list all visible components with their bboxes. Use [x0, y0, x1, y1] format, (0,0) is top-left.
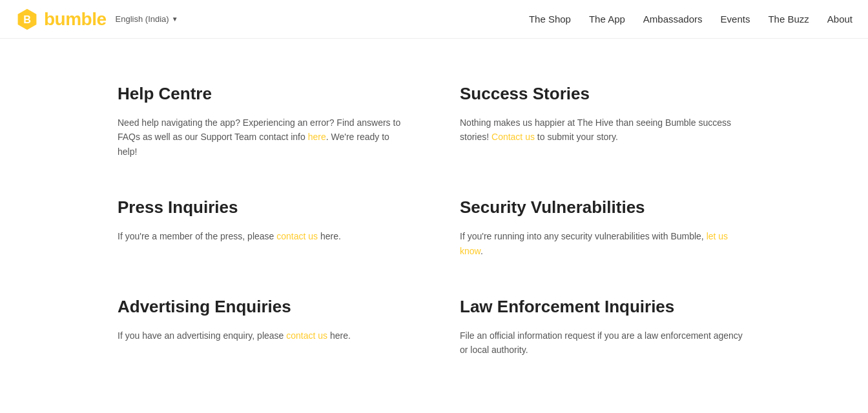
- law-text: File an official information request if …: [460, 330, 743, 355]
- card-press-inquiries: Press Inquiries If you're a member of th…: [118, 178, 408, 277]
- nav-app[interactable]: The App: [589, 14, 625, 25]
- card-security-vulnerabilities: Security Vulnerabilities If you're runni…: [460, 178, 750, 277]
- card-advertising-enquiries: Advertising Enquiries If you have an adv…: [118, 277, 408, 377]
- card-security-title: Security Vulnerabilities: [460, 197, 750, 217]
- card-advertising-text: If you have an advertising enquiry, plea…: [118, 328, 408, 343]
- success-text-after: to submit your story.: [535, 132, 618, 142]
- svg-text:B: B: [23, 14, 31, 25]
- card-success-stories-title: Success Stories: [460, 84, 750, 104]
- logo-link[interactable]: B bumble: [16, 8, 107, 31]
- card-security-text: If you're running into any security vuln…: [460, 229, 750, 258]
- nav-buzz[interactable]: The Buzz: [768, 14, 809, 25]
- advertising-link[interactable]: contact us: [286, 330, 327, 341]
- card-press-inquiries-title: Press Inquiries: [118, 197, 408, 217]
- nav-shop[interactable]: The Shop: [529, 14, 571, 25]
- card-law-enforcement: Law Enforcement Inquiries File an offici…: [460, 277, 750, 377]
- bumble-logo-icon: B: [16, 8, 39, 31]
- cards-grid: Help Centre Need help navigating the app…: [118, 65, 750, 377]
- press-text-before: If you're a member of the press, please: [118, 231, 276, 241]
- language-label: English (India): [116, 14, 169, 24]
- nav-ambassadors[interactable]: Ambassadors: [643, 14, 703, 25]
- main-content: Help Centre Need help navigating the app…: [79, 39, 789, 413]
- card-advertising-title: Advertising Enquiries: [118, 297, 408, 317]
- nav-about[interactable]: About: [827, 14, 852, 25]
- security-text-after: .: [480, 246, 483, 256]
- press-link[interactable]: contact us: [276, 231, 318, 241]
- card-law-text: File an official information request if …: [460, 328, 750, 358]
- advertising-text-after: here.: [327, 330, 351, 341]
- card-help-centre-title: Help Centre: [118, 84, 408, 104]
- advertising-text-before: If you have an advertising enquiry, plea…: [118, 330, 286, 341]
- logo-text: bumble: [44, 9, 107, 30]
- help-link[interactable]: here: [308, 132, 326, 142]
- success-link[interactable]: Contact us: [491, 132, 535, 142]
- card-help-centre-text: Need help navigating the app? Experienci…: [118, 116, 408, 159]
- main-nav: The Shop The App Ambassadors Events The …: [529, 14, 852, 25]
- card-help-centre: Help Centre Need help navigating the app…: [118, 65, 408, 178]
- card-success-stories: Success Stories Nothing makes us happier…: [460, 65, 750, 178]
- card-success-stories-text: Nothing makes us happier at The Hive tha…: [460, 116, 750, 145]
- nav-events[interactable]: Events: [721, 14, 750, 25]
- header: B bumble English (India) ▼ The Shop The …: [0, 0, 868, 39]
- chevron-down-icon: ▼: [172, 15, 178, 23]
- language-selector[interactable]: English (India) ▼: [116, 14, 178, 24]
- card-press-inquiries-text: If you're a member of the press, please …: [118, 229, 408, 243]
- press-text-after: here.: [318, 231, 341, 241]
- security-text-before: If you're running into any security vuln…: [460, 231, 707, 241]
- card-law-title: Law Enforcement Inquiries: [460, 297, 750, 317]
